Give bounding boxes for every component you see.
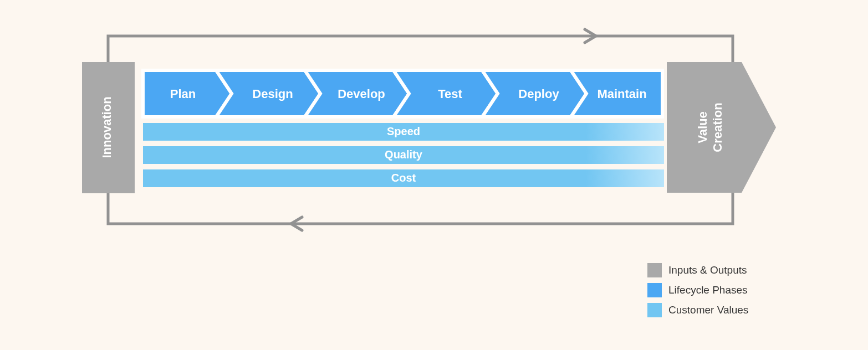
- feedback-loop-top: [108, 29, 733, 62]
- phase-label: Develop: [338, 87, 385, 101]
- value-label: Speed: [387, 125, 420, 137]
- input-block-label: Innovation: [100, 96, 114, 158]
- input-block: Innovation: [82, 62, 135, 193]
- phase-label: Design: [252, 87, 293, 101]
- legend-label: Inputs & Outputs: [668, 264, 747, 276]
- legend-item-lifecycle-phases: Lifecycle Phases: [647, 283, 748, 297]
- phase-maintain: Maintain: [571, 70, 662, 117]
- phase-label: Maintain: [597, 87, 646, 101]
- legend-label: Lifecycle Phases: [668, 284, 748, 296]
- phase-label: Test: [438, 87, 462, 101]
- phase-test: Test: [394, 70, 498, 117]
- output-block-label-line1: Value: [696, 111, 709, 143]
- customer-values: Speed Quality Cost: [143, 123, 664, 187]
- phase-label: Plan: [170, 87, 196, 101]
- phase-deploy: Deploy: [482, 70, 586, 117]
- legend-item-customer-values: Customer Values: [647, 303, 748, 317]
- output-block: Value Creation: [667, 62, 776, 193]
- diagram-stage: Innovation Value Creation Plan Design: [0, 0, 868, 350]
- legend-swatch-phase: [647, 283, 662, 297]
- legend-swatch-value: [647, 303, 662, 317]
- legend-item-inputs-outputs: Inputs & Outputs: [647, 263, 748, 277]
- legend-swatch-gray: [647, 263, 662, 277]
- phase-develop: Develop: [305, 70, 409, 117]
- legend-label: Customer Values: [668, 304, 748, 316]
- phase-label: Deploy: [518, 87, 559, 101]
- phase-design: Design: [216, 70, 320, 117]
- value-label: Quality: [385, 148, 423, 161]
- lifecycle-phases: Plan Design Develop Test Deploy Maintain: [143, 70, 662, 117]
- feedback-loop-bottom: [108, 193, 733, 230]
- value-quality: Quality: [143, 146, 664, 164]
- phase-plan: Plan: [143, 70, 232, 117]
- legend: Inputs & Outputs Lifecycle Phases Custom…: [647, 263, 748, 317]
- value-cost: Cost: [143, 169, 664, 187]
- value-label: Cost: [391, 172, 416, 184]
- value-speed: Speed: [143, 123, 664, 141]
- output-block-label-line2: Creation: [711, 102, 724, 152]
